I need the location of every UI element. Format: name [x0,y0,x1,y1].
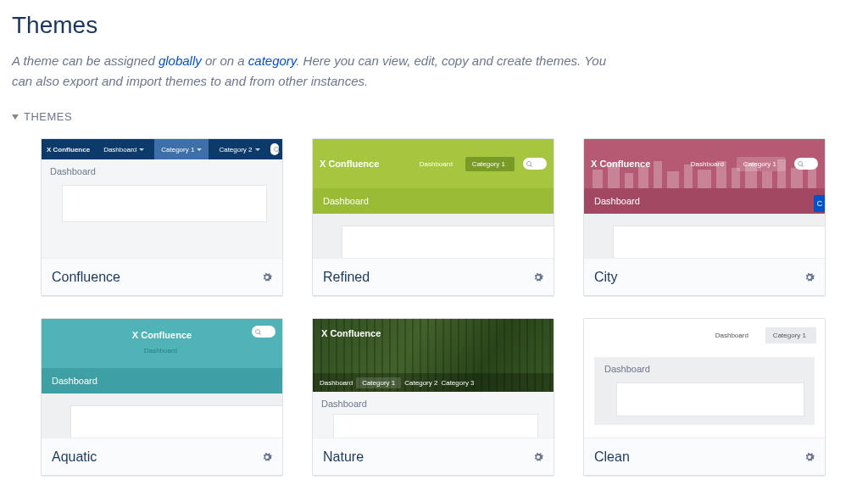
nav-tab-active: Category 1 [765,327,816,343]
gear-icon[interactable] [803,450,816,464]
theme-preview: Dashboard Category 1 Dashboard [584,319,825,438]
intro-mid: or on a [202,53,248,68]
brand-label: X Confluence [320,159,379,169]
nav-tab-active: Category 1 [465,157,515,171]
gear-icon[interactable] [260,450,274,464]
nav-tab: Category 3 [441,379,474,387]
section-label: THEMES [24,110,72,123]
gear-icon[interactable] [531,271,545,284]
intro-pre: A theme can be assigned [12,53,159,68]
theme-name: Refined [323,270,370,285]
nav-tab-active: Category 1 [154,139,209,159]
theme-preview: X Confluence Dashboard Category 1 Dashbo… [313,139,554,258]
intro-text: A theme can be assigned globally or on a… [12,51,622,92]
themes-grid: X Confluence Dashboard Category 1 Catego… [12,138,858,476]
gear-icon[interactable] [531,450,545,464]
search-icon [794,158,818,170]
theme-card-refined[interactable]: X Confluence Dashboard Category 1 Dashbo… [312,138,554,296]
theme-card-city[interactable]: X Confluence Dashboard Category 1 Dashbo… [583,138,826,296]
dashboard-label: Dashboard [313,392,554,414]
dashboard-label: Dashboard [604,364,804,374]
content-panel [616,382,804,416]
nav-tab: Category 2 [212,139,266,159]
theme-card-aquatic[interactable]: X Confluence Dashboard Dashboard Aquatic [41,318,283,476]
theme-name: Confluence [52,270,120,285]
chevron-down-icon [12,114,19,120]
section-toggle-themes[interactable]: THEMES [12,110,858,123]
content-panel [613,226,825,258]
content-panel [342,226,554,258]
gear-icon[interactable] [260,271,274,284]
brand-label: X Confluence [591,159,650,169]
page-title: Themes [12,12,858,39]
nav-tab: Dashboard [413,157,462,171]
edge-button: C [814,195,825,212]
dashboard-bar: Dashboard [42,368,282,393]
brand-label: X Confluence [321,328,381,338]
theme-name: City [594,270,618,285]
brand-label: X Confluence [132,330,192,340]
theme-card-nature[interactable]: X Confluence Dashboard Category 1 Catego… [312,318,554,476]
nav-tab: Dashboard [97,139,151,159]
content-panel [70,405,282,438]
theme-card-confluence[interactable]: X Confluence Dashboard Category 1 Catego… [41,138,283,296]
theme-name: Clean [594,449,630,465]
theme-preview: X Confluence Dashboard Dashboard [42,319,282,438]
content-panel [333,414,538,438]
nav-tab: Dashboard [708,327,759,343]
theme-name: Nature [323,449,364,465]
link-globally[interactable]: globally [159,53,202,68]
theme-preview: X Confluence Dashboard Category 1 Catego… [313,319,554,438]
content-panel [62,185,267,222]
theme-preview: X Confluence Dashboard Category 1 Catego… [42,139,282,258]
nav-tab-active: Category 1 [356,377,401,388]
link-category[interactable]: category [248,53,296,68]
dashboard-bar: Dashboard [584,188,825,214]
theme-card-clean[interactable]: Dashboard Category 1 Dashboard Clean [583,318,826,476]
dashboard-label: Dashboard [42,159,282,181]
search-icon [270,143,279,155]
nav-tab: Category 2 [404,379,437,387]
theme-preview: X Confluence Dashboard Category 1 Dashbo… [584,139,825,258]
nav-tab-active: Category 1 [737,157,786,171]
gear-icon[interactable] [803,271,816,284]
nav-tab: Dashboard [320,379,353,387]
nav-tab: Dashboard [137,343,186,358]
search-icon [523,158,547,170]
theme-name: Aquatic [52,449,97,465]
nav-tab: Dashboard [684,157,733,171]
search-icon [252,326,275,338]
brand-label: X Confluence [47,146,90,153]
dashboard-bar: Dashboard [313,188,554,214]
